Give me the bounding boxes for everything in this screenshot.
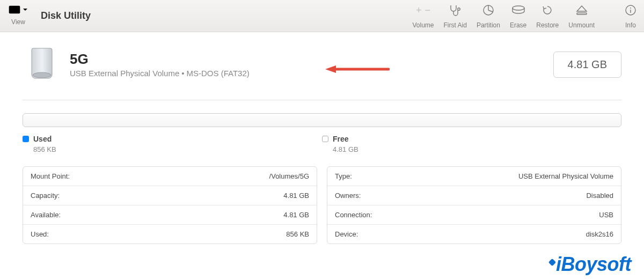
detail-value: 856 KB <box>286 230 309 238</box>
detail-tables: Mount Point:/Volumes/5G Capacity:4.81 GB… <box>23 166 621 244</box>
sidebar-toggle-icon[interactable] <box>6 4 30 15</box>
table-row: Device:disk2s16 <box>327 224 621 244</box>
legend-value: 856 KB <box>33 145 322 153</box>
detail-value: USB <box>599 211 613 219</box>
content: 5G USB External Physical Volume • MS-DOS… <box>0 32 644 244</box>
disk-subtitle-separator: • <box>181 69 184 78</box>
detail-key: Device: <box>335 230 358 238</box>
svg-rect-6 <box>577 13 587 14</box>
usage-legend: Used 856 KB Free 4.81 GB <box>23 135 621 153</box>
table-row: Type:USB External Physical Volume <box>327 167 621 186</box>
toolbar-item-label: Info <box>625 21 636 29</box>
legend-label: Free <box>333 135 349 143</box>
disk-header: 5G USB External Physical Volume • MS-DOS… <box>23 45 621 84</box>
table-row: Used:856 KB <box>23 224 317 244</box>
toolbar-item-label: Unmount <box>568 21 595 29</box>
toolbar: View Disk Utility +− Volume First Aid Pa… <box>0 0 644 32</box>
table-row: Mount Point:/Volumes/5G <box>23 167 317 186</box>
toolbar-partition[interactable]: Partition <box>477 4 500 29</box>
toolbar-left: View Disk Utility <box>6 4 91 26</box>
plus-minus-icon: +− <box>416 4 430 16</box>
toolbar-item-label: Erase <box>510 21 526 29</box>
disk-subtitle-right: MS-DOS (FAT32) <box>187 69 250 78</box>
legend-label: Used <box>33 135 52 143</box>
watermark: iBoysoft <box>550 253 631 276</box>
detail-key: Connection: <box>335 211 372 219</box>
table-row: Capacity:4.81 GB <box>23 186 317 205</box>
toolbar-info[interactable]: Info <box>624 4 638 29</box>
toolbar-unmount[interactable]: Unmount <box>568 4 595 29</box>
detail-key: Capacity: <box>31 191 60 200</box>
toolbar-item-label: First Aid <box>444 21 467 29</box>
disk-subtitle-left: USB External Physical Volume <box>70 69 179 78</box>
detail-table-left: Mount Point:/Volumes/5G Capacity:4.81 GB… <box>23 166 317 244</box>
view-label: View <box>11 18 25 26</box>
toolbar-right: +− Volume First Aid Partition Erase <box>413 4 638 29</box>
disk-name: 5G <box>70 51 250 68</box>
svg-point-4 <box>513 6 524 10</box>
table-row: Owners:Disabled <box>327 186 621 205</box>
app-title: Disk Utility <box>41 10 91 21</box>
detail-value: 4.81 GB <box>283 191 309 200</box>
legend-free: Free <box>322 135 621 143</box>
svg-point-8 <box>630 8 631 9</box>
toolbar-first-aid[interactable]: First Aid <box>444 4 467 29</box>
legend-used: Used <box>23 135 322 143</box>
detail-value: Disabled <box>586 191 613 200</box>
toolbar-item-label: Volume <box>413 21 434 29</box>
toolbar-volume: +− Volume <box>413 4 434 29</box>
eject-icon <box>575 4 589 16</box>
stethoscope-icon <box>448 4 462 16</box>
svg-marker-12 <box>325 65 336 73</box>
svg-point-10 <box>33 72 51 78</box>
info-icon <box>624 4 638 16</box>
toolbar-item-label: Partition <box>477 21 500 29</box>
watermark-text: iBoysoft <box>556 253 631 276</box>
free-swatch-icon <box>322 136 328 142</box>
detail-value: /Volumes/5G <box>269 172 309 180</box>
used-swatch-icon <box>23 136 29 142</box>
disk-meta: 5G USB External Physical Volume • MS-DOS… <box>70 51 250 78</box>
detail-value: disk2s16 <box>586 230 613 238</box>
view-menu[interactable]: View <box>6 4 30 26</box>
toolbar-item-label: Restore <box>536 21 559 29</box>
detail-value: 4.81 GB <box>283 211 309 219</box>
svg-rect-0 <box>9 6 20 14</box>
disk-subtitle: USB External Physical Volume • MS-DOS (F… <box>70 69 250 78</box>
svg-point-2 <box>458 8 460 10</box>
detail-table-right: Type:USB External Physical Volume Owners… <box>327 166 621 244</box>
watermark-dot-icon <box>548 259 556 266</box>
capacity-badge: 4.81 GB <box>553 51 621 78</box>
usage-bar <box>23 113 621 127</box>
disk-icon <box>23 45 61 84</box>
restore-icon <box>540 4 554 16</box>
detail-key: Owners: <box>335 191 361 200</box>
table-row: Connection:USB <box>327 205 621 224</box>
detail-key: Available: <box>31 211 61 219</box>
pie-icon <box>481 4 495 16</box>
toolbar-erase[interactable]: Erase <box>510 4 526 29</box>
detail-key: Type: <box>335 172 352 180</box>
table-row: Available:4.81 GB <box>23 205 317 224</box>
detail-value: USB External Physical Volume <box>518 172 613 180</box>
detail-key: Used: <box>31 230 49 238</box>
chevron-down-icon <box>23 7 28 12</box>
toolbar-restore[interactable]: Restore <box>536 4 559 29</box>
annotation-arrow-icon <box>325 64 390 74</box>
svg-marker-5 <box>577 6 587 11</box>
divider <box>23 100 621 100</box>
legend-value: 4.81 GB <box>333 145 621 153</box>
detail-key: Mount Point: <box>31 172 70 180</box>
erase-icon <box>511 4 525 16</box>
